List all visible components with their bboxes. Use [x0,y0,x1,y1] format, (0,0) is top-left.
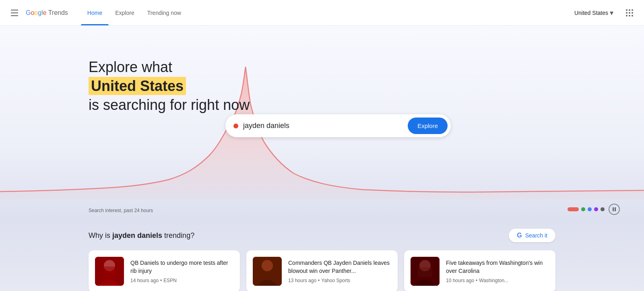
grid-icon [626,9,633,17]
news-content-1: QB Daniels to undergo more tests after r… [130,259,233,283]
news-time-3: 10 hours ago [446,278,474,283]
svg-rect-2 [103,266,116,278]
google-trends-logo[interactable]: Google Trends [26,9,68,17]
news-thumbnail-2 [253,257,282,286]
trending-header: Why is jayden daniels trending? G Search… [89,229,555,242]
news-time-2: 13 hours ago [288,278,316,283]
news-card-1[interactable]: QB Daniels to undergo more tests after r… [89,250,240,291]
news-meta-2: 13 hours ago • Yahoo Sports [288,278,391,283]
indicator-dot-1[interactable] [581,207,585,211]
hero-title-after: is searching for right now [89,97,250,113]
hero-country-highlight: United States [89,77,186,95]
news-content-3: Five takeaways from Washington's win ove… [446,259,549,283]
news-source-2: Yahoo Sports [321,278,350,283]
trends-label: Trends [48,9,68,17]
search-dot-icon [233,124,238,128]
news-content-2: Commanders QB Jayden Daniels leaves blow… [288,259,391,283]
google-apps-button[interactable] [621,5,638,21]
svg-point-4 [262,260,273,271]
trending-term: jayden daniels [112,231,162,239]
nav-links: Home Explore Trending now [81,0,188,25]
hero-title-before: Explore what [89,59,172,75]
news-meta-3: 10 hours ago • Washington... [446,278,549,283]
indicator-active[interactable] [568,207,579,211]
trending-section: Why is jayden daniels trending? G Search… [0,219,644,291]
chevron-down-icon: ▾ [610,8,613,17]
question-prefix: Why is [89,231,110,239]
search-box[interactable]: jayden daniels Explore [225,114,451,137]
hero-text-block: Explore what United States is searching … [89,58,250,114]
hamburger-menu[interactable] [6,5,23,21]
indicator-dot-3[interactable] [594,207,598,211]
explore-button[interactable]: Explore [408,118,448,134]
thumb-image-1 [95,257,124,286]
news-title-3: Five takeaways from Washington's win ove… [446,259,549,275]
search-container: jayden daniels Explore [225,114,451,137]
news-card-2[interactable]: Commanders QB Jayden Daniels leaves blow… [246,250,398,291]
news-source-1: ESPN [163,278,177,283]
navbar: Google Trends Home Explore Trending now … [0,0,644,26]
news-thumbnail-1 [95,257,124,286]
search-it-label: Search it [525,232,547,239]
thumb-image-2 [253,257,282,286]
news-title-2: Commanders QB Jayden Daniels leaves blow… [288,259,391,275]
trending-question: Why is jayden daniels trending? [89,231,194,240]
news-time-1: 14 hours ago [130,278,159,283]
country-name: United States [574,10,608,16]
news-cards: QB Daniels to undergo more tests after r… [89,250,555,291]
search-it-button[interactable]: G Search it [509,229,555,242]
hero-section: Explore what United States is searching … [0,26,644,219]
meta-separator-2: • [318,278,320,283]
country-selector[interactable]: United States ▾ [570,5,618,21]
nav-link-explore[interactable]: Explore [109,0,140,25]
question-suffix: trending? [164,231,194,239]
pause-icon [613,207,616,211]
svg-rect-7 [418,267,432,277]
thumb-image-3 [411,257,440,286]
news-card-3[interactable]: Five takeaways from Washington's win ove… [404,250,555,291]
google-logo-text: Google [26,9,47,17]
news-source-3: Washington... [479,278,508,283]
hero-title: Explore what United States is searching … [89,58,250,114]
pause-button[interactable] [609,204,620,215]
meta-separator-3: • [476,278,477,283]
search-term-text: jayden daniels [243,122,403,130]
google-g-icon: G [517,232,522,239]
chart-label: Search interest, past 24 hours [89,208,153,213]
news-title-1: QB Daniels to undergo more tests after r… [130,259,233,275]
nav-link-home[interactable]: Home [81,0,109,25]
indicator-dots [568,204,620,215]
meta-separator-1: • [160,278,162,283]
nav-link-trending[interactable]: Trending now [141,0,188,25]
news-meta-1: 14 hours ago • ESPN [130,278,233,283]
indicator-dot-2[interactable] [588,207,592,211]
indicator-dot-4[interactable] [601,207,605,211]
hamburger-icon [11,10,18,16]
news-thumbnail-3 [411,257,440,286]
